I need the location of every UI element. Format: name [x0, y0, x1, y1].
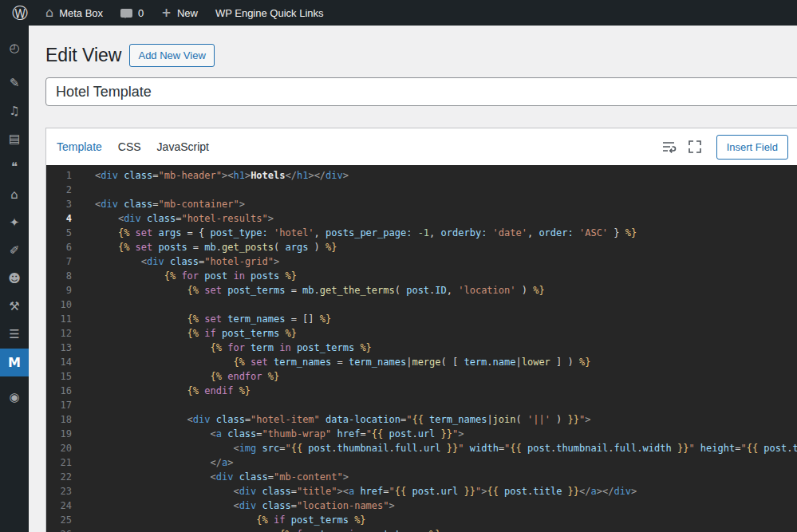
tab-template[interactable]: Template [57, 140, 102, 153]
line-number: 19 [46, 427, 85, 441]
wrap-lines-icon[interactable] [661, 139, 677, 155]
line-number: 5 [46, 226, 85, 240]
sidebar-item-media[interactable]: ♫ [0, 97, 29, 125]
code-text[interactable]: <div class="title"><a href="{{ post.url … [85, 484, 637, 499]
pushpin-icon: ✎ [10, 77, 20, 89]
line-number: 22 [46, 470, 85, 484]
line-number: 24 [46, 499, 85, 513]
insert-field-button[interactable]: Insert Field [716, 135, 788, 160]
admin-sidebar: ◴✎♫▤❝⌂✦✐☻⚒☰M◉ [0, 26, 29, 532]
code-line: 9 {% set post_terms = mb.get_the_terms( … [46, 283, 797, 298]
tools-icon: ⚒ [9, 301, 19, 313]
code-text[interactable]: {% if post_terms %} [85, 326, 297, 341]
code-line: 20 <img src="{{ post.thumbnail.full.url … [46, 441, 797, 455]
line-number: 13 [46, 341, 85, 355]
line-number: 18 [46, 412, 85, 427]
line-number: 26 [46, 527, 85, 532]
sidebar-item-meta-box[interactable]: M [0, 349, 29, 376]
code-text[interactable]: <img src="{{ post.thumbnail.full.url }}"… [85, 441, 797, 455]
code-text[interactable]: {% set post_terms = mb.get_the_terms( po… [85, 283, 545, 298]
wp-engine-quick-links-menu[interactable]: WP Engine Quick Links [207, 0, 333, 26]
code-line: 6 {% set posts = mb.get_posts( args ) %} [46, 240, 797, 254]
new-content-menu[interactable]: + New [152, 0, 207, 26]
line-number: 21 [46, 455, 85, 470]
code-line: 25 {% if post_terms %} [46, 513, 797, 527]
sidebar-item-plugins[interactable]: ✦ [0, 209, 29, 237]
sidebar-item-wp-engine[interactable]: ◉ [0, 384, 29, 412]
code-line: 8 {% for post in posts %} [46, 269, 797, 283]
plugin-icon: ✦ [10, 217, 20, 229]
code-text[interactable]: {% for post in posts %} [85, 269, 297, 283]
code-line: 7 <div class="hotel-grid"> [46, 254, 797, 269]
code-line: 18 <div class="hotel-item" data-location… [46, 412, 797, 427]
code-text[interactable]: {% for term in post_terms %} [85, 341, 372, 355]
code-text[interactable]: <div class="mb-content"> [85, 470, 349, 484]
sidebar-menu: ◴✎♫▤❝⌂✦✐☻⚒☰M◉ [0, 34, 29, 412]
sidebar-item-tools[interactable]: ⚒ [0, 293, 29, 321]
code-text[interactable]: {% set posts = mb.get_posts( args ) %} [85, 240, 337, 254]
quick-links-label: WP Engine Quick Links [215, 7, 324, 19]
settings-icon: ☰ [9, 329, 19, 341]
code-text[interactable]: <div class="hotel-item" data-location="{… [85, 412, 590, 427]
code-line: 26 {% for term in post_terms %} [46, 527, 797, 532]
site-menu[interactable]: ⌂ Meta Box [37, 0, 112, 26]
plus-icon: + [161, 7, 172, 19]
tab-css[interactable]: CSS [118, 140, 141, 153]
code-text[interactable]: {% endif %} [85, 384, 251, 398]
code-text[interactable]: <div class="location-names"> [85, 499, 395, 513]
wordpress-logo-icon: Ⓦ [12, 5, 28, 21]
tab-javascript[interactable]: JavaScript [157, 140, 209, 153]
code-text[interactable]: <div class="mb-header"><h1>Hotels</h1></… [85, 168, 349, 183]
line-number: 23 [46, 484, 85, 499]
code-text[interactable]: <a class="thumb-wrap" href="{{ post.url … [85, 427, 464, 441]
code-line: 16 {% endif %} [46, 384, 797, 398]
code-text[interactable] [85, 183, 101, 197]
line-number: 2 [46, 183, 85, 197]
editor-panel: TemplateCSSJavaScript [45, 128, 797, 532]
view-title-input[interactable] [45, 77, 797, 106]
code-text[interactable]: {% set term_names = [] %} [85, 312, 331, 326]
code-line: 12 {% if post_terms %} [46, 326, 797, 341]
code-text[interactable] [85, 298, 101, 312]
sidebar-item-posts[interactable]: ✎ [0, 69, 29, 97]
code-text[interactable]: <div class="hotel-grid"> [85, 254, 279, 269]
line-number: 3 [46, 197, 85, 211]
sidebar-item-dashboard[interactable]: ◴ [0, 34, 29, 62]
code-text[interactable]: </a> [85, 455, 233, 470]
building-icon: ⌂ [10, 189, 18, 201]
line-number: 4 [46, 211, 85, 226]
code-text[interactable]: {% for term in post_terms %} [85, 527, 441, 532]
wordpress-admin-screen: Ⓦ ⌂ Meta Box 0 + New WP Engine Quick Lin… [0, 0, 797, 532]
comments-menu[interactable]: 0 [112, 0, 152, 26]
wp-logo-menu[interactable]: Ⓦ [3, 0, 37, 26]
code-line: 5 {% set args = { post_type: 'hotel', po… [46, 226, 797, 240]
line-number: 12 [46, 326, 85, 341]
line-number: 1 [46, 168, 85, 183]
main-content: Edit View Add New View TemplateCSSJavaSc… [29, 26, 797, 532]
page-title: Edit View [45, 43, 121, 67]
pages-icon: ▤ [9, 133, 20, 145]
code-text[interactable]: <div class="hotel-results"> [85, 211, 274, 226]
code-text[interactable]: {% set term_names = term_names|merge( [ … [85, 355, 590, 369]
sidebar-item-settings[interactable]: ☰ [0, 321, 29, 349]
code-text[interactable]: {% endfor %} [85, 369, 279, 384]
code-text[interactable]: <div class="mb-container"> [85, 197, 245, 211]
new-label: New [177, 7, 198, 19]
code-editor[interactable]: 1<div class="mb-header"><h1>Hotels</h1><… [46, 165, 797, 532]
code-text[interactable] [85, 398, 101, 412]
sidebar-item-appearance[interactable]: ✐ [0, 237, 29, 265]
editor-tabs: TemplateCSSJavaScript [57, 140, 209, 153]
sidebar-item-hotels[interactable]: ⌂ [0, 181, 29, 209]
line-number: 20 [46, 441, 85, 455]
sidebar-item-comments[interactable]: ❝ [0, 153, 29, 181]
line-number: 14 [46, 355, 85, 369]
sidebar-item-pages[interactable]: ▤ [0, 125, 29, 153]
add-new-view-button[interactable]: Add New View [129, 44, 214, 67]
code-text[interactable]: {% if post_terms %} [85, 513, 366, 527]
line-number: 6 [46, 240, 85, 254]
editor-tabbar: TemplateCSSJavaScript [46, 128, 797, 165]
code-text[interactable]: {% set args = { post_type: 'hotel', post… [85, 226, 637, 240]
sidebar-item-users[interactable]: ☻ [0, 265, 29, 293]
line-number: 7 [46, 254, 85, 269]
fullscreen-icon[interactable] [687, 139, 703, 155]
